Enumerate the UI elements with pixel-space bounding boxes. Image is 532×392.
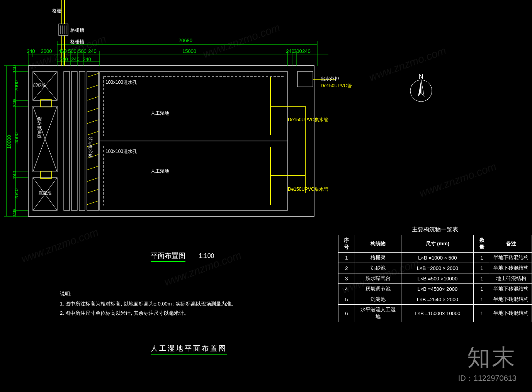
watermark-id: ID：1122970613 [458, 373, 517, 384]
dim-top-5: 240 [87, 48, 98, 54]
label-anaerobic: 厌氧调节池 [37, 117, 42, 138]
svg-line-38 [87, 108, 99, 112]
svg-line-46 [87, 201, 99, 205]
svg-rect-32 [71, 71, 77, 210]
label-hole-2: 100x100进水孔 [105, 148, 137, 155]
svg-line-36 [87, 85, 99, 89]
svg-line-45 [87, 189, 99, 193]
dim-left-2: 240 [12, 98, 17, 109]
label-upvc-1: De150UPVC集水管 [288, 117, 328, 123]
table-title: 主要构筑物一览表 [338, 226, 532, 233]
notes-heading: 说明: [60, 290, 71, 297]
drawing-title: 人工湿地平面布置图 [151, 344, 227, 355]
table-row: 6水平潜流人工湿地L×B =15000× 100001半地下砖混结构 [338, 305, 532, 322]
dim-top-9: 240 [301, 48, 312, 54]
plan-title: 平面布置图 [151, 251, 185, 262]
label-upvc-pipe: De150UPVC管 [321, 83, 352, 89]
label-wetland-1: 人工湿地 [151, 110, 169, 117]
dim-overall-top: 20680 [162, 37, 209, 43]
dim-left-1: 2000 [14, 78, 19, 94]
svg-rect-29 [41, 100, 51, 107]
th-1: 构筑物 [355, 235, 401, 253]
note-2: 2. 图中所注尺寸单位标高以米计, 其余标注尺寸以毫米计。 [60, 310, 330, 317]
dim-top-s2: 240 [81, 56, 93, 62]
svg-line-35 [87, 73, 99, 77]
label-screen-well2: 格栅槽 [70, 39, 84, 45]
svg-rect-57 [297, 71, 313, 87]
dim-top-0: 240 [25, 48, 37, 54]
svg-rect-30 [41, 171, 51, 178]
svg-line-37 [87, 97, 99, 100]
dim-top-1: 2000 [37, 48, 56, 54]
table-row: 3跌水曝气台L×B =500 ×100001地上砖混结构 [338, 273, 532, 284]
label-upvc-2: De150UPVC集水管 [288, 186, 328, 193]
dim-top-s1: 240 [70, 56, 81, 62]
table-header-row: 序号 构筑物 尺寸 (mm) 数量 备注 [338, 235, 532, 253]
svg-rect-31 [64, 71, 70, 210]
dim-left-3: 4500 [14, 131, 19, 146]
note-1: 1. 图中所注标高为相对标高, 以地面标高为± 0.00m ; 实际标高以现场测… [60, 300, 330, 307]
svg-line-44 [87, 178, 99, 182]
label-sedtank: 沉淀池 [39, 190, 51, 196]
label-screen-well: 格栅槽 [70, 27, 84, 34]
th-2: 尺寸 (mm) [401, 235, 474, 253]
th-3: 数量 [474, 235, 490, 253]
compass-label: N [419, 73, 423, 80]
table-row: 2沉砂池L×B =2000 × 20001半地下砖混结构 [338, 263, 532, 273]
dim-left-4: 240 [12, 169, 17, 181]
label-hole-1: 100x100进水孔 [105, 79, 137, 86]
label-aeration: 跌水曝气台 [88, 136, 93, 158]
label-screen-small: 格栅 [52, 8, 61, 14]
svg-line-40 [87, 131, 99, 135]
dim-left-5: 2540 [14, 187, 19, 202]
watermark-brand: 知末 [467, 342, 517, 373]
dim-top-s0: 240 [58, 56, 70, 62]
structures-table: 序号 构筑物 尺寸 (mm) 数量 备注 1格栅渠L×B =1000 × 500… [338, 235, 532, 322]
svg-line-43 [87, 166, 99, 170]
dim-top-6: 15000 [170, 48, 209, 54]
label-wetland-2: 人工湿地 [151, 168, 169, 175]
table-row: 5沉淀池L×B =2540 × 20001半地下砖混结构 [338, 294, 532, 305]
dim-left-0: 240 [12, 64, 17, 75]
th-4: 备注 [490, 235, 532, 253]
svg-line-39 [87, 120, 99, 124]
table-container: 主要构筑物一览表 序号 构筑物 尺寸 (mm) 数量 备注 1格栅渠L×B =1… [338, 226, 532, 322]
plan-scale: 1:100 [199, 253, 214, 259]
table-row: 4厌氧调节池L×B =4500× 20001半地下砖混结构 [338, 284, 532, 294]
dim-left-6: 240 [12, 208, 17, 219]
label-sedimentation: 沉砂池 [33, 82, 46, 88]
dim-left-overall: 10000 [6, 132, 12, 152]
label-outlet: 出水外排 [321, 76, 339, 82]
th-0: 序号 [338, 235, 355, 253]
svg-rect-33 [79, 71, 85, 210]
table-row: 1格栅渠L×B =1000 × 5001半地下砖混结构 [338, 253, 532, 263]
